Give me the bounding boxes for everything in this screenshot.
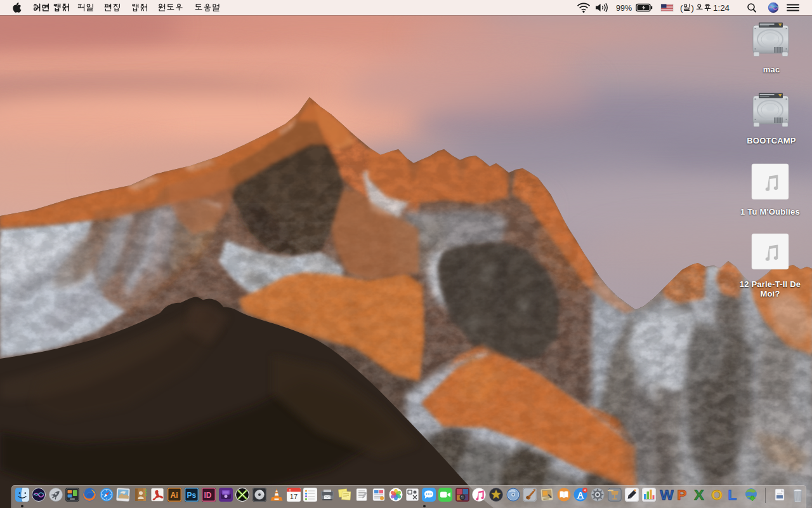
svg-text:P: P (677, 487, 686, 502)
svg-text:4: 4 (584, 488, 586, 492)
svg-text:17: 17 (290, 493, 298, 500)
svg-text:O: O (711, 487, 723, 502)
svg-text:(: ( (680, 3, 683, 13)
svg-text:X: X (694, 487, 704, 502)
svg-text:W: W (660, 487, 674, 502)
svg-text:Ps: Ps (187, 491, 197, 500)
svg-text:99%: 99% (616, 4, 632, 13)
svg-text:ID: ID (204, 491, 212, 500)
svg-text:): ) (691, 3, 694, 13)
svg-text:1:24: 1:24 (713, 3, 730, 13)
svg-text:L: L (728, 487, 737, 502)
svg-text:Ai: Ai (171, 491, 178, 500)
